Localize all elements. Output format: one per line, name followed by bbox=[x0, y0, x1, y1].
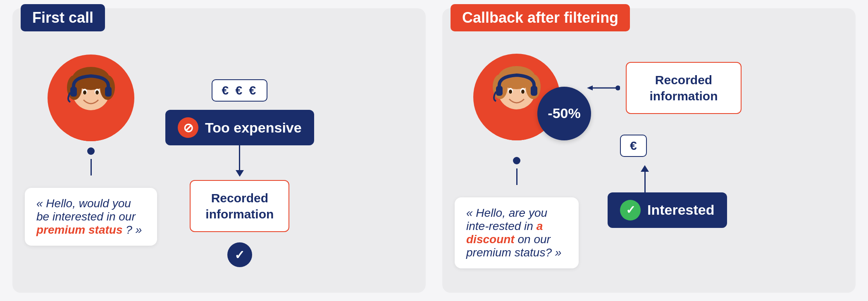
right-panel-inner: -50% « Hello, are you inte-rested in a d… bbox=[455, 54, 839, 268]
svg-marker-25 bbox=[587, 85, 593, 90]
person-illustration bbox=[50, 59, 132, 141]
left-panel-inner: « Hello, would you be interested in our … bbox=[25, 55, 409, 267]
speech-highlight-left: premium status bbox=[36, 223, 123, 236]
objection-col: € € € Too expensive Recordedinformation bbox=[165, 79, 314, 267]
speech-bubble-right: « Hello, are you inte-rested in a discou… bbox=[455, 197, 579, 268]
svg-point-19 bbox=[509, 90, 512, 94]
dot-right bbox=[513, 157, 520, 164]
first-call-panel: First call bbox=[12, 8, 426, 293]
arrow-down bbox=[236, 170, 244, 177]
yes-icon bbox=[620, 200, 641, 220]
avatar bbox=[48, 55, 134, 141]
recorded-info-label-right: Recordedinformation bbox=[650, 73, 718, 103]
first-call-badge: First call bbox=[21, 4, 105, 31]
svg-point-20 bbox=[521, 90, 525, 94]
vert-line-right bbox=[644, 172, 646, 192]
svg-rect-22 bbox=[496, 86, 503, 96]
callback-panel: Callback after filtering bbox=[442, 8, 856, 293]
no-icon bbox=[178, 117, 198, 138]
left-avatar-col: « Hello, would you be interested in our … bbox=[25, 55, 157, 246]
speech-text-right: « Hello, are you inte-rested in a discou… bbox=[466, 206, 561, 259]
svg-point-7 bbox=[83, 90, 86, 95]
speech-discount-highlight: a discount bbox=[466, 220, 543, 246]
speech-text-left: « Hello, would you be interested in our … bbox=[36, 197, 142, 236]
objection-label: Too expensive bbox=[205, 120, 302, 136]
objection-tag: Too expensive bbox=[165, 110, 314, 145]
arrow-left-svg bbox=[587, 84, 620, 92]
interested-label: Interested bbox=[647, 202, 715, 218]
dot-left bbox=[87, 147, 95, 155]
euro-badge: € € € bbox=[212, 79, 267, 102]
recorded-info-row: Recordedinformation bbox=[587, 62, 742, 114]
page-container: First call bbox=[0, 0, 868, 301]
arrow-up bbox=[641, 165, 649, 172]
result-col: Recordedinformation € Interested bbox=[587, 62, 742, 228]
line-down-right bbox=[516, 168, 517, 185]
line-down-left bbox=[91, 159, 92, 175]
svg-rect-10 bbox=[70, 87, 77, 97]
discount-circle: -50% bbox=[537, 87, 591, 140]
svg-rect-11 bbox=[105, 87, 112, 97]
recorded-info-box-left: Recordedinformation bbox=[190, 180, 289, 232]
recorded-info-box-right: Recordedinformation bbox=[626, 62, 742, 114]
interested-tag: Interested bbox=[608, 192, 727, 228]
svg-point-26 bbox=[615, 85, 620, 90]
svg-point-8 bbox=[95, 90, 99, 95]
callback-badge: Callback after filtering bbox=[451, 4, 630, 31]
right-avatar-col: -50% « Hello, are you inte-rested in a d… bbox=[455, 54, 579, 268]
avatar-discount-wrap: -50% bbox=[473, 54, 560, 140]
speech-bubble-left: « Hello, would you be interested in our … bbox=[25, 188, 157, 246]
svg-rect-23 bbox=[531, 86, 537, 96]
euro-single: € bbox=[620, 135, 647, 157]
check-circle-left bbox=[227, 242, 252, 267]
recorded-info-label-left: Recordedinformation bbox=[205, 191, 274, 221]
vert-line-obj bbox=[239, 145, 240, 170]
vert-arrow-right bbox=[641, 165, 649, 192]
